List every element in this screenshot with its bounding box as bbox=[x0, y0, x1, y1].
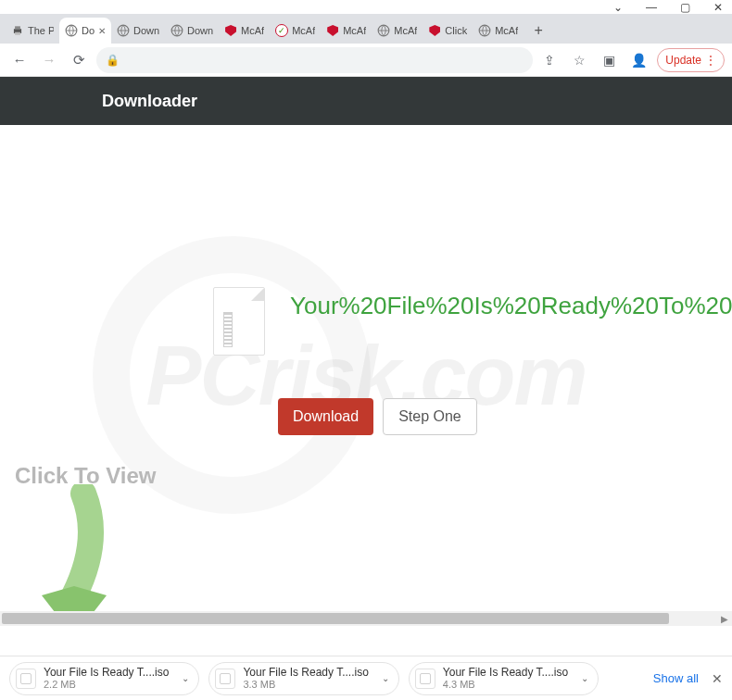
download-filename: Your File Is Ready T....iso bbox=[443, 666, 568, 679]
tab-title: McAf bbox=[495, 25, 518, 36]
file-icon bbox=[16, 669, 36, 689]
download-size: 3.3 MB bbox=[243, 679, 368, 691]
browser-tab[interactable]: McAf bbox=[219, 18, 270, 44]
browser-tab[interactable]: The P bbox=[6, 18, 59, 44]
address-bar[interactable]: 🔒 bbox=[96, 47, 533, 73]
tab-title: Do bbox=[82, 25, 95, 36]
browser-tab[interactable]: McAf bbox=[372, 18, 423, 44]
menu-dots-icon: ⋮ bbox=[705, 54, 716, 67]
browser-tab[interactable]: Do✕ bbox=[59, 18, 111, 44]
lock-icon: 🔒 bbox=[106, 54, 120, 67]
scrollbar-arrow-right-icon[interactable]: ▶ bbox=[721, 614, 728, 624]
shelf-close-button[interactable]: ✕ bbox=[712, 671, 723, 686]
browser-toolbar: ← → ⟳ 🔒 ⇪ ☆ ▣ 👤 Update ⋮ bbox=[0, 44, 732, 77]
globe-icon bbox=[117, 24, 130, 37]
browser-tab[interactable]: McAf bbox=[473, 18, 524, 44]
window-minimize-button[interactable]: — bbox=[645, 1, 658, 14]
update-button[interactable]: Update ⋮ bbox=[657, 48, 725, 72]
shelf-right: Show all ✕ bbox=[653, 671, 723, 686]
side-panel-icon[interactable]: ▣ bbox=[598, 49, 620, 71]
horizontal-scrollbar[interactable]: ▶ bbox=[0, 611, 732, 626]
update-label: Update bbox=[665, 54, 701, 67]
show-all-link[interactable]: Show all bbox=[653, 671, 699, 685]
forward-button[interactable]: → bbox=[37, 48, 61, 72]
file-icon bbox=[215, 669, 235, 689]
new-tab-button[interactable]: + bbox=[527, 19, 549, 42]
curved-arrow-icon bbox=[28, 484, 111, 626]
globe-icon bbox=[377, 24, 390, 37]
bookmark-star-icon[interactable]: ☆ bbox=[568, 49, 590, 71]
mcafee-shield-icon bbox=[326, 24, 339, 37]
tab-title: McAf bbox=[292, 25, 315, 36]
tab-title: The P bbox=[28, 25, 54, 36]
profile-icon[interactable]: 👤 bbox=[627, 49, 650, 71]
globe-icon bbox=[478, 24, 491, 37]
site-brand: Downloader bbox=[102, 92, 197, 111]
mcafee-check-icon: ✓ bbox=[275, 24, 288, 37]
window-close-button[interactable]: ✕ bbox=[712, 1, 725, 14]
file-icon bbox=[415, 669, 435, 689]
back-button[interactable]: ← bbox=[7, 48, 32, 72]
mcafee-shield-icon bbox=[428, 24, 441, 37]
browser-tab[interactable]: Down bbox=[165, 18, 219, 44]
browser-tab[interactable]: Down bbox=[111, 18, 165, 44]
window-maximize-button[interactable]: ▢ bbox=[678, 1, 691, 14]
toolbar-right: ⇪ ☆ ▣ 👤 Update ⋮ bbox=[538, 48, 725, 72]
printer-icon bbox=[11, 24, 24, 37]
window-title-bar: ⌄ — ▢ ✕ bbox=[0, 0, 732, 14]
chevron-down-icon[interactable]: ⌄ bbox=[581, 673, 588, 683]
chevron-down-icon[interactable]: ⌄ bbox=[182, 673, 189, 683]
download-text: Your File Is Ready T....iso3.3 MB bbox=[243, 666, 368, 692]
download-text: Your File Is Ready T....iso4.3 MB bbox=[443, 666, 568, 692]
downloads-shelf: Your File Is Ready T....iso2.2 MB⌄Your F… bbox=[0, 656, 732, 700]
download-item[interactable]: Your File Is Ready T....iso2.2 MB⌄ bbox=[9, 662, 199, 695]
page-header: Downloader bbox=[0, 77, 732, 125]
browser-tab[interactable]: ✓McAf bbox=[270, 18, 321, 44]
download-filename: Your File Is Ready T....iso bbox=[243, 666, 368, 679]
button-row: Download Step One bbox=[278, 398, 477, 435]
browser-tab[interactable]: Click bbox=[423, 18, 473, 44]
tab-title: McAf bbox=[394, 25, 417, 36]
step-one-button[interactable]: Step One bbox=[383, 398, 477, 435]
download-button[interactable]: Download bbox=[278, 398, 373, 435]
browser-tab[interactable]: McAf bbox=[321, 18, 372, 44]
tab-title: Down bbox=[133, 25, 159, 36]
svg-rect-2 bbox=[15, 32, 20, 35]
download-filename: Your File Is Ready T....iso bbox=[44, 666, 169, 679]
window-dropdown-button[interactable]: ⌄ bbox=[612, 1, 625, 14]
reload-button[interactable]: ⟳ bbox=[67, 48, 91, 72]
page-content: PCrisk.com Your%20File%20Is%20Ready%20To… bbox=[0, 125, 732, 626]
chevron-down-icon[interactable]: ⌄ bbox=[382, 673, 389, 683]
scrollbar-thumb[interactable] bbox=[2, 613, 669, 624]
mcafee-shield-icon bbox=[224, 24, 237, 37]
tab-title: Down bbox=[187, 25, 213, 36]
download-size: 2.2 MB bbox=[44, 679, 169, 691]
download-size: 4.3 MB bbox=[443, 679, 568, 691]
tab-title: McAf bbox=[343, 25, 366, 36]
download-item[interactable]: Your File Is Ready T....iso4.3 MB⌄ bbox=[409, 662, 599, 695]
svg-rect-1 bbox=[15, 26, 20, 29]
globe-icon bbox=[65, 24, 78, 37]
tab-title: McAf bbox=[241, 25, 264, 36]
tab-close-button[interactable]: ✕ bbox=[98, 26, 106, 36]
tab-strip: The PDo✕DownDownMcAf✓McAfMcAfMcAfClickMc… bbox=[0, 14, 732, 44]
zip-file-icon bbox=[213, 287, 265, 356]
share-icon[interactable]: ⇪ bbox=[538, 49, 561, 71]
file-ready-heading: Your%20File%20Is%20Ready%20To%20Dow bbox=[290, 292, 732, 320]
globe-icon bbox=[170, 24, 183, 37]
download-text: Your File Is Ready T....iso2.2 MB bbox=[44, 666, 169, 692]
download-item[interactable]: Your File Is Ready T....iso3.3 MB⌄ bbox=[208, 662, 398, 695]
tab-title: Click bbox=[445, 25, 467, 36]
web-page: Downloader PCrisk.com Your%20File%20Is%2… bbox=[0, 77, 732, 626]
